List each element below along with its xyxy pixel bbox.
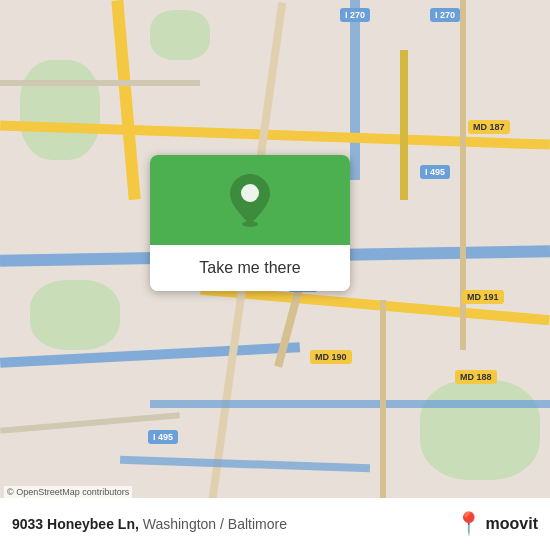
- map-road-badge: MD 191: [462, 290, 504, 304]
- road: [0, 80, 200, 86]
- map-road-badge: MD 188: [455, 370, 497, 384]
- park-area: [30, 280, 120, 350]
- map-road-badge: I 270: [430, 8, 460, 22]
- svg-point-1: [241, 184, 259, 202]
- map-road-badge: I 495: [148, 430, 178, 444]
- osm-attribution: © OpenStreetMap contributors: [4, 486, 132, 498]
- park-area: [150, 10, 210, 60]
- location-pin-icon: [228, 172, 272, 228]
- map-road-badge: MD 187: [468, 120, 510, 134]
- road: [150, 400, 550, 408]
- road: [350, 0, 360, 180]
- take-me-there-button[interactable]: Take me there: [150, 245, 350, 291]
- map-container: I 270I 270MD 187I 495MD 190I 495MD 191MD…: [0, 0, 550, 550]
- road: [400, 50, 408, 200]
- bottom-bar: 9033 Honeybee Ln, Washington / Baltimore…: [0, 498, 550, 550]
- moovit-brand-text: moovit: [486, 515, 538, 533]
- location-popup: Take me there: [150, 155, 350, 291]
- address-line: 9033 Honeybee Ln, Washington / Baltimore: [12, 516, 287, 532]
- map-road-badge: MD 190: [310, 350, 352, 364]
- address-text: 9033 Honeybee Ln, Washington / Baltimore: [12, 515, 287, 533]
- map-road-badge: I 270: [340, 8, 370, 22]
- moovit-pin-icon: 📍: [455, 511, 482, 537]
- park-area: [420, 380, 540, 480]
- map-road-badge: I 495: [420, 165, 450, 179]
- popup-header: [150, 155, 350, 245]
- park-area: [20, 60, 100, 160]
- moovit-logo: 📍 moovit: [455, 511, 538, 537]
